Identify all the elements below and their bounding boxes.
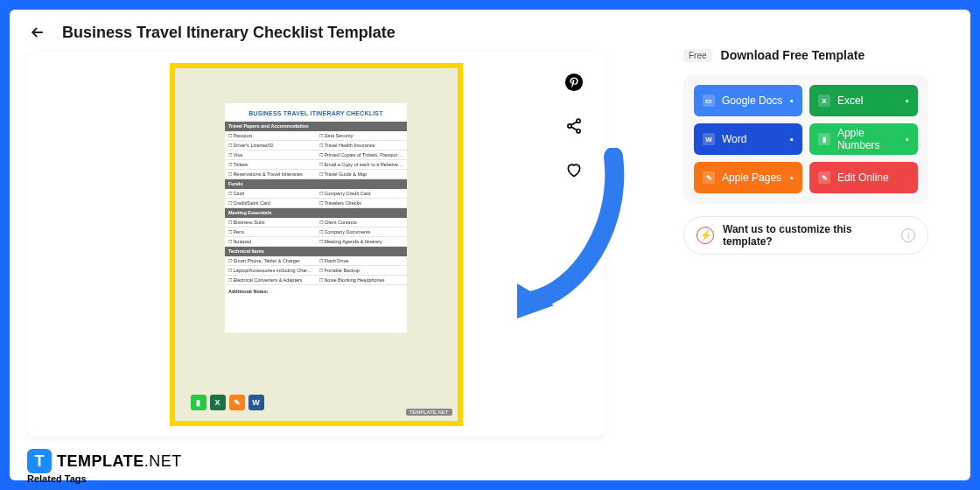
checklist-cell: Laptop/Accessories including Charger bbox=[225, 266, 316, 275]
checklist-cell: Pens bbox=[225, 228, 316, 236]
related-tags-heading: Related Tags bbox=[27, 473, 87, 484]
logo-icon: T bbox=[27, 449, 52, 473]
checklist-cell: Driver's License/ID bbox=[225, 141, 316, 150]
edit-icon: ✎ bbox=[818, 172, 830, 184]
numbers-icon: ▮ bbox=[191, 395, 206, 410]
checklist-row: Smart Phone, Tablet & ChargerFlash Drive bbox=[225, 256, 407, 266]
preview-card: BUSINESS TRAVEL ITINERARY CHECKLIST Trav… bbox=[27, 52, 605, 437]
checklist-cell: Email a Copy of each to a Relative or Fr… bbox=[316, 160, 407, 169]
customize-button[interactable]: ⚡ Want us to customize this template? i bbox=[683, 216, 928, 255]
section-heading: Meeting Essentials bbox=[225, 208, 407, 218]
checklist-cell: Smart Phone, Tablet & Charger bbox=[225, 256, 316, 265]
section-heading: Funds bbox=[225, 179, 407, 189]
svg-point-1 bbox=[577, 119, 580, 122]
checklist-row: Driver's License/IDTravel Health Insuran… bbox=[225, 141, 407, 150]
download-buttons-panel: ▭Google Docs▪ XExcel▪ WWord▪ ▮Apple Numb… bbox=[683, 74, 928, 204]
checklist-row: NotepadMeeting Agenda & Itinerary bbox=[225, 237, 407, 247]
format-icons: ▮ X ✎ W bbox=[191, 395, 264, 410]
file-icon: ▪ bbox=[790, 172, 794, 183]
pages-icon: ✎ bbox=[229, 395, 245, 410]
numbers-btn-icon: ▮ bbox=[818, 133, 830, 145]
checklist-cell: Client Contacts bbox=[316, 218, 407, 227]
checklist-cell: Credit/Debit Card bbox=[225, 199, 316, 207]
checklist-row: PensCompany Documents bbox=[225, 228, 407, 237]
checklist-row: Business SuitsClient Contacts bbox=[225, 218, 407, 228]
file-icon: ▪ bbox=[790, 134, 794, 144]
bolt-icon: ⚡ bbox=[696, 227, 714, 244]
checklist-cell: Electrical Converters & Adapters bbox=[225, 276, 316, 284]
checklist-cell: Reservations & Travel Itineraries bbox=[225, 170, 316, 178]
sidebar: Free Download Free Template ▭Google Docs… bbox=[683, 48, 928, 437]
checklist-cell: Visa bbox=[225, 150, 316, 159]
edit-online-button[interactable]: ✎Edit Online bbox=[809, 162, 918, 193]
checklist-cell: Notepad bbox=[225, 237, 316, 246]
gdocs-icon: ▭ bbox=[703, 94, 715, 107]
checklist-cell: Tickets bbox=[225, 160, 316, 169]
pinterest-icon[interactable] bbox=[564, 73, 584, 92]
checklist-row: Reservations & Travel ItinerariesTravel … bbox=[225, 170, 407, 179]
doc-title: BUSINESS TRAVEL ITINERARY CHECKLIST bbox=[225, 103, 407, 122]
customize-label: Want us to customize this template? bbox=[723, 223, 892, 248]
apple-numbers-button[interactable]: ▮Apple Numbers▪ bbox=[809, 123, 918, 155]
watermark-badge: TEMPLATE.NET bbox=[406, 409, 452, 416]
word-button[interactable]: WWord▪ bbox=[694, 123, 802, 155]
download-title: Download Free Template bbox=[721, 48, 865, 62]
excel-btn-icon: X bbox=[818, 94, 830, 107]
apple-pages-button[interactable]: ✎Apple Pages▪ bbox=[694, 162, 802, 193]
share-icon[interactable] bbox=[564, 116, 584, 136]
checklist-cell: Travel Health Insurance bbox=[316, 141, 407, 150]
checklist-row: PassportData Security bbox=[225, 131, 407, 141]
checklist-cell: Passport bbox=[225, 131, 316, 140]
checklist-cell: Cash bbox=[225, 189, 316, 198]
checklist-row: Credit/Debit CardTravelers Checks bbox=[225, 199, 407, 208]
button-label: Apple Numbers bbox=[837, 127, 909, 151]
excel-button[interactable]: XExcel▪ bbox=[809, 85, 918, 116]
button-label: Apple Pages bbox=[722, 172, 781, 184]
back-button[interactable] bbox=[27, 22, 48, 43]
svg-point-2 bbox=[568, 124, 571, 128]
checklist-row: Electrical Converters & AdaptersNoise Bl… bbox=[225, 276, 407, 285]
file-icon: ▪ bbox=[906, 134, 909, 144]
button-label: Edit Online bbox=[837, 172, 889, 184]
header: Business Travel Itinerary Checklist Temp… bbox=[27, 22, 953, 43]
favorite-icon[interactable] bbox=[564, 160, 584, 179]
checklist-cell: Travelers Checks bbox=[316, 199, 407, 207]
site-logo[interactable]: T TEMPLATE.NET bbox=[27, 449, 182, 473]
info-icon: i bbox=[901, 228, 915, 242]
checklist-cell: Company Credit Card bbox=[316, 189, 407, 198]
checklist-row: TicketsEmail a Copy of each to a Relativ… bbox=[225, 160, 407, 170]
checklist-cell: Data Security bbox=[316, 131, 407, 140]
document-preview: BUSINESS TRAVEL ITINERARY CHECKLIST Trav… bbox=[225, 103, 407, 332]
checklist-cell: Printed Copies of Tickets, Passports, Em… bbox=[316, 150, 407, 159]
word-btn-icon: W bbox=[703, 133, 715, 145]
checklist-cell: Company Documents bbox=[316, 228, 407, 236]
button-label: Excel bbox=[837, 94, 863, 107]
excel-icon: X bbox=[210, 395, 226, 410]
file-icon: ▪ bbox=[906, 95, 909, 106]
checklist-cell: Business Suits bbox=[225, 218, 316, 227]
page-title: Business Travel Itinerary Checklist Temp… bbox=[62, 24, 396, 42]
template-preview: BUSINESS TRAVEL ITINERARY CHECKLIST Trav… bbox=[170, 63, 463, 426]
free-badge: Free bbox=[683, 49, 712, 62]
checklist-row: Laptop/Accessories including ChargerPort… bbox=[225, 266, 407, 276]
checklist-cell: Portable Backup bbox=[316, 266, 407, 275]
share-icons bbox=[564, 73, 584, 179]
google-docs-button[interactable]: ▭Google Docs▪ bbox=[694, 85, 802, 116]
checklist-cell: Noise Blocking Headphones bbox=[316, 276, 407, 284]
svg-point-3 bbox=[577, 130, 580, 133]
checklist-cell: Meeting Agenda & Itinerary bbox=[316, 237, 407, 246]
word-icon: W bbox=[248, 395, 264, 410]
notes-body bbox=[225, 298, 407, 332]
section-heading: Travel Papers and Accommodation bbox=[225, 122, 407, 131]
checklist-row: VisaPrinted Copies of Tickets, Passports… bbox=[225, 150, 407, 160]
checklist-cell: Travel Guide & Map bbox=[316, 170, 407, 178]
download-header: Free Download Free Template bbox=[683, 48, 928, 62]
button-label: Word bbox=[722, 133, 746, 145]
button-label: Google Docs bbox=[722, 94, 782, 107]
section-heading: Technical Items bbox=[225, 247, 407, 256]
file-icon: ▪ bbox=[790, 95, 794, 106]
notes-label: Additional Notes: bbox=[225, 285, 407, 298]
logo-text: TEMPLATE.NET bbox=[57, 452, 182, 471]
checklist-row: CashCompany Credit Card bbox=[225, 189, 407, 199]
pages-btn-icon: ✎ bbox=[703, 172, 715, 184]
